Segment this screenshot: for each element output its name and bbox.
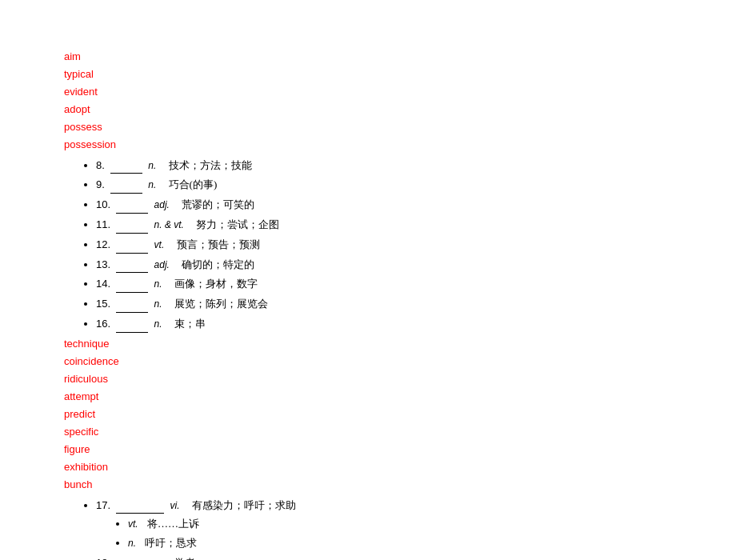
vocab-item-17-n: n. 呼吁；恳求	[128, 535, 672, 552]
vocab-list-first: 8. n. 技术；方法；技能 9. n. 巧合(的事) 10. adj. 荒谬的…	[96, 157, 672, 333]
red-word-exhibition: exhibition	[64, 458, 672, 476]
red-word-ridiculous: ridiculous	[64, 370, 672, 388]
vocab-list-second: 17. vi. 有感染力；呼吁；求助	[96, 497, 672, 514]
red-word-attempt: attempt	[64, 388, 672, 406]
vocab-item-14: 14. n. 画像；身材，数字	[96, 275, 672, 293]
vocab-item-18: 18. n. 学者	[96, 554, 672, 560]
red-word-bunch: bunch	[64, 476, 672, 494]
red-word-adopt: adopt	[64, 101, 672, 118]
red-word-possession: possession	[64, 136, 672, 154]
vocab-item-17: 17. vi. 有感染力；呼吁；求助	[96, 497, 672, 514]
page-content: aim typical evident adopt possess posses…	[64, 48, 672, 560]
red-word-coincidence: coincidence	[64, 353, 672, 370]
red-word-figure: figure	[64, 441, 672, 458]
red-word-typical: typical	[64, 66, 672, 83]
vocab-item-11: 11. n. & vt. 努力；尝试；企图	[96, 216, 672, 234]
vocab-item-12: 12. vt. 预言；预告；预测	[96, 236, 672, 254]
red-word-aim: aim	[64, 48, 672, 66]
vocab-item-16: 16. n. 束；串	[96, 315, 672, 333]
red-word-technique: technique	[64, 335, 672, 353]
vocab-item-17-sub: vt. 将……上诉 n. 呼吁；恳求	[128, 516, 672, 552]
vocab-item-13: 13. adj. 确切的；特定的	[96, 256, 672, 274]
vocab-item-9: 9. n. 巧合(的事)	[96, 176, 672, 194]
red-word-predict: predict	[64, 406, 672, 423]
red-word-specific: specific	[64, 423, 672, 441]
red-word-possess: possess	[64, 118, 672, 136]
vocab-item-15: 15. n. 展览；陈列；展览会	[96, 295, 672, 313]
vocab-item-17-vt: vt. 将……上诉	[128, 516, 672, 533]
red-word-evident: evident	[64, 83, 672, 101]
vocab-list-third: 18. n. 学者 19. n. 喜爱；偏爱 20. n. 名声；名誉 21. …	[96, 554, 672, 560]
vocab-item-8: 8. n. 技术；方法；技能	[96, 157, 672, 174]
vocab-item-10: 10. adj. 荒谬的；可笑的	[96, 196, 672, 214]
